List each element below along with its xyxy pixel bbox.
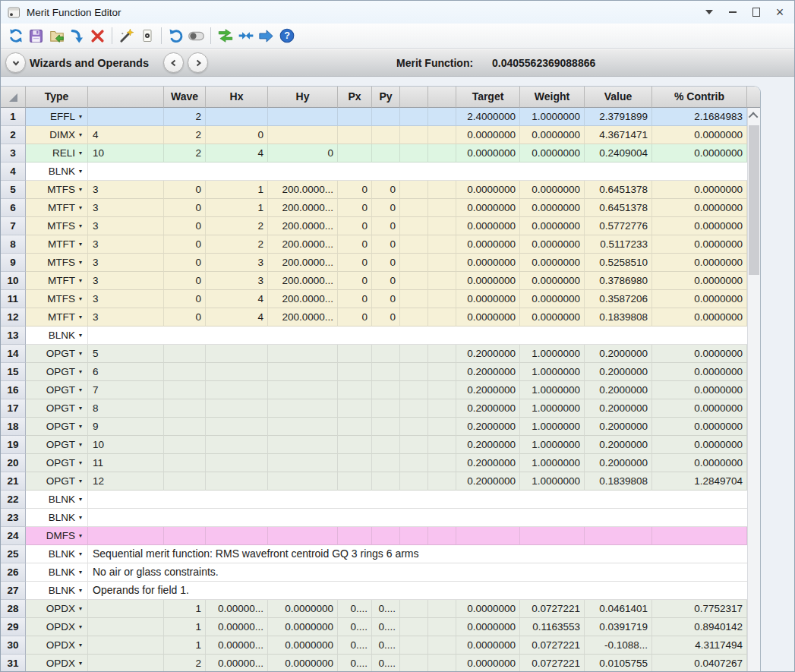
cell-value[interactable]: 0.2000000: [585, 436, 652, 454]
cell-px[interactable]: 0: [338, 217, 372, 235]
cell-weight[interactable]: 0.0000000: [520, 308, 585, 327]
cell-target[interactable]: 0.2000000: [456, 436, 520, 454]
cell-b1[interactable]: [400, 436, 428, 454]
cell-px[interactable]: 0....: [338, 618, 372, 636]
cell-b1[interactable]: [400, 381, 428, 399]
cell-py[interactable]: 0: [372, 308, 400, 327]
cell-wave[interactable]: 0: [164, 217, 206, 235]
cell-p1[interactable]: [88, 636, 164, 655]
cell-b1[interactable]: [400, 254, 428, 272]
converge-button[interactable]: [235, 26, 256, 46]
comment-cell[interactable]: No air or glass constraints.: [88, 563, 747, 582]
row-number[interactable]: 27: [1, 582, 26, 600]
cell-p1[interactable]: 12: [88, 472, 164, 491]
row-number[interactable]: 26: [1, 563, 26, 582]
row-number[interactable]: 12: [1, 308, 26, 327]
row-number[interactable]: 18: [1, 418, 26, 436]
cell-value[interactable]: [585, 527, 652, 545]
comment-cell[interactable]: [88, 491, 747, 509]
cell-contrib[interactable]: 0.0000000: [652, 144, 747, 162]
cell-hx[interactable]: 2: [206, 217, 268, 235]
cell-p1[interactable]: 3: [88, 235, 164, 254]
cell-px[interactable]: [338, 345, 372, 363]
cell-hy[interactable]: [268, 527, 338, 545]
operand-type-dropdown[interactable]: OPGT▾: [26, 399, 88, 418]
scroll-up-button[interactable]: [748, 108, 760, 123]
insert-operand-button[interactable]: [67, 26, 87, 46]
cell-px[interactable]: 0: [338, 272, 372, 290]
cell-b1[interactable]: [400, 345, 428, 363]
operand-type-dropdown[interactable]: OPGT▾: [26, 436, 88, 454]
cell-px[interactable]: 0: [338, 235, 372, 254]
cell-target[interactable]: 0.0000000: [456, 235, 520, 254]
cell-hy[interactable]: 200.0000...: [268, 199, 338, 217]
cell-b1[interactable]: [400, 472, 428, 491]
cell-value[interactable]: 0.6451378: [585, 199, 652, 217]
cell-wave[interactable]: [164, 418, 206, 436]
cell-b2[interactable]: [428, 381, 456, 399]
cell-value[interactable]: 0.5117233: [585, 235, 652, 254]
operand-type-dropdown[interactable]: MTFS▾: [26, 181, 88, 199]
cell-hx[interactable]: 4: [206, 290, 268, 308]
cell-b1[interactable]: [400, 600, 428, 618]
row-number[interactable]: 21: [1, 472, 26, 491]
cell-b1[interactable]: [400, 235, 428, 254]
cell-value[interactable]: 0.3587206: [585, 290, 652, 308]
operand-type-dropdown[interactable]: OPDX▾: [26, 655, 88, 672]
cell-b2[interactable]: [428, 636, 456, 655]
collapse-panel-button[interactable]: [5, 52, 26, 73]
cell-p1[interactable]: [88, 618, 164, 636]
cell-b2[interactable]: [428, 436, 456, 454]
select-all-corner[interactable]: [1, 87, 26, 108]
cell-contrib[interactable]: [652, 527, 747, 545]
operand-type-dropdown[interactable]: MTFS▾: [26, 254, 88, 272]
operand-type-dropdown[interactable]: MTFS▾: [26, 217, 88, 235]
operand-type-dropdown[interactable]: OPGT▾: [26, 454, 88, 472]
cell-value[interactable]: 0.2000000: [585, 345, 652, 363]
cell-px[interactable]: [338, 126, 372, 144]
operand-type-dropdown[interactable]: DIMX▾: [26, 126, 88, 144]
cell-b2[interactable]: [428, 217, 456, 235]
cell-hx[interactable]: [206, 363, 268, 381]
cell-b2[interactable]: [428, 655, 456, 672]
operand-type-dropdown[interactable]: BLNK▾: [26, 545, 88, 563]
cell-target[interactable]: 0.0000000: [456, 126, 520, 144]
row-number[interactable]: 1: [1, 108, 26, 126]
cell-hy[interactable]: 0.0000000: [268, 618, 338, 636]
cell-b1[interactable]: [400, 272, 428, 290]
cell-px[interactable]: 0....: [338, 636, 372, 655]
operand-type-dropdown[interactable]: MTFT▾: [26, 272, 88, 290]
cell-target[interactable]: 0.2000000: [456, 381, 520, 399]
cell-weight[interactable]: 1.0000000: [520, 363, 585, 381]
cell-py[interactable]: [372, 436, 400, 454]
operand-type-dropdown[interactable]: BLNK▾: [26, 327, 88, 345]
cell-b1[interactable]: [400, 290, 428, 308]
cell-hx[interactable]: [206, 436, 268, 454]
row-number[interactable]: 15: [1, 363, 26, 381]
row-number[interactable]: 30: [1, 636, 26, 655]
operand-type-dropdown[interactable]: OPDX▾: [26, 600, 88, 618]
comment-cell[interactable]: Operands for field 1.: [88, 582, 747, 600]
operand-type-dropdown[interactable]: OPGT▾: [26, 381, 88, 399]
cell-value[interactable]: 0.2000000: [585, 418, 652, 436]
cell-py[interactable]: 0....: [372, 636, 400, 655]
maximize-button[interactable]: [748, 4, 765, 21]
cell-wave[interactable]: 0: [164, 308, 206, 327]
cell-px[interactable]: [338, 144, 372, 162]
cell-wave[interactable]: 2: [164, 655, 206, 672]
comment-cell[interactable]: [88, 509, 747, 527]
cell-contrib[interactable]: 0.0000000: [652, 254, 747, 272]
cell-wave[interactable]: [164, 472, 206, 491]
row-number[interactable]: 16: [1, 381, 26, 399]
cell-contrib[interactable]: 0.0000000: [652, 235, 747, 254]
cell-b1[interactable]: [400, 655, 428, 672]
cell-px[interactable]: 0: [338, 181, 372, 199]
cell-p1[interactable]: 3: [88, 254, 164, 272]
cell-hy[interactable]: [268, 418, 338, 436]
cell-wave[interactable]: [164, 436, 206, 454]
cell-p1[interactable]: [88, 527, 164, 545]
cell-value[interactable]: 0.3786980: [585, 272, 652, 290]
cell-b1[interactable]: [400, 144, 428, 162]
cell-target[interactable]: [456, 527, 520, 545]
cell-wave[interactable]: 2: [164, 108, 206, 126]
